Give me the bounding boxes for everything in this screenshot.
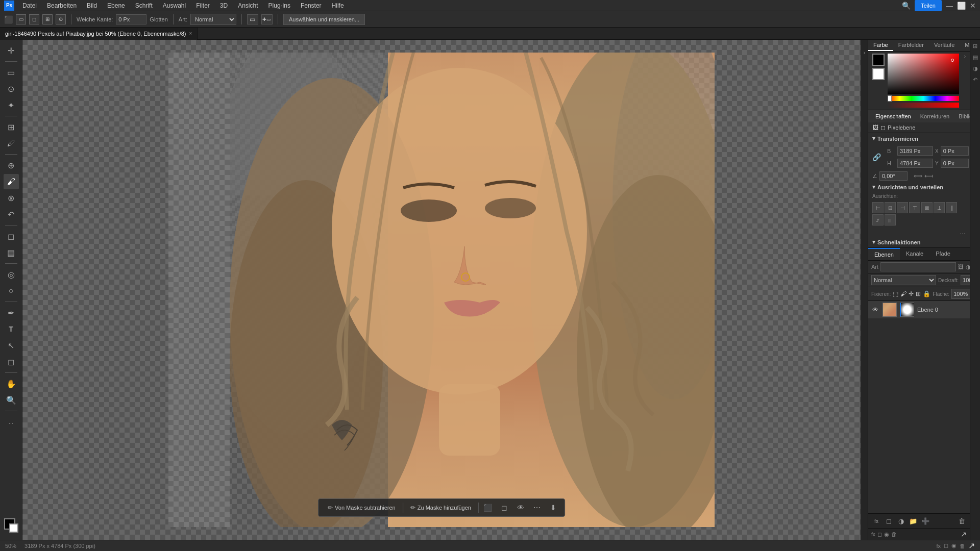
layer-fx-button[interactable]: fx [871, 516, 881, 526]
mask-expand-icon[interactable]: ⬇ [546, 500, 560, 515]
layer-trash-icon[interactable]: 🗑 [891, 531, 897, 537]
art-select[interactable]: Normal Kante erkennen [190, 14, 236, 25]
channels-icon[interactable]: ◑ [971, 64, 979, 72]
tab-pfade[interactable]: Pfade [929, 248, 957, 260]
align-center-h-btn[interactable]: ⊟ [885, 202, 896, 213]
minimize-icon[interactable]: — [946, 2, 953, 10]
zoom-tool[interactable]: 🔍 [4, 392, 19, 408]
brush-hardness-icon[interactable]: ◻ [29, 14, 39, 24]
stamp-tool[interactable]: ⊗ [4, 190, 19, 206]
blend-mode-select[interactable]: Normal Multiplizieren Negativ multiplizi… [871, 275, 936, 285]
menu-schrift[interactable]: Schrift [131, 1, 157, 10]
link-proportions-icon[interactable]: 🔗 [872, 153, 881, 161]
layer-delete-button[interactable]: 🗑 [957, 516, 967, 526]
hue-bar[interactable] [888, 96, 959, 101]
distribute-center-h-btn[interactable]: ⫽ [872, 214, 884, 226]
transform-section-title[interactable]: ▾ Transformieren [868, 133, 970, 144]
text-tool[interactable]: T [4, 321, 19, 337]
layer-style-icon[interactable]: ◻ [877, 531, 882, 538]
layer-group-button[interactable]: 📁 [908, 516, 918, 526]
history-brush-tool[interactable]: ↶ [4, 207, 19, 222]
quick-actions-title[interactable]: ▾ Schnellaktionen [868, 237, 970, 247]
filter-pixel-icon[interactable]: 🖼 [958, 264, 964, 270]
shape-tool[interactable]: ◻ [4, 354, 19, 369]
tab-bibliotheken[interactable]: Bibliotheken [955, 112, 970, 120]
brush-tool[interactable]: 🖌 [4, 174, 19, 189]
lock-brush-btn[interactable]: 🖌 [900, 290, 906, 297]
subtract-from-mask-button[interactable]: ✏ Von Maske subtrahieren [323, 500, 401, 515]
menu-auswahl[interactable]: Auswahl [159, 1, 190, 10]
tab-farbe[interactable]: Farbe [868, 40, 893, 51]
align-left-btn[interactable]: ⊢ [872, 202, 884, 213]
mask-more-icon[interactable]: ⋯ [530, 500, 544, 515]
maximize-icon[interactable]: ⬜ [957, 2, 966, 10]
color-spectrum[interactable] [888, 54, 959, 94]
rectangle-select-tool[interactable]: ▭ [4, 65, 19, 80]
close-icon[interactable]: ✕ [970, 2, 976, 10]
align-top-btn[interactable]: ⊤ [909, 202, 920, 213]
blur-tool[interactable]: ◎ [4, 267, 19, 282]
filter-adj-icon[interactable]: ◑ [966, 264, 970, 270]
y-input[interactable] [941, 159, 969, 168]
properties-icon[interactable]: ⊞ [971, 42, 979, 50]
panel-collapse-strip[interactable]: › [861, 40, 868, 540]
align-center-v-btn[interactable]: ⊠ [921, 202, 933, 213]
layers-filter-input[interactable] [880, 262, 956, 271]
dodge-tool[interactable]: ○ [4, 283, 19, 298]
tab-kanaele[interactable]: Kanäle [900, 248, 929, 260]
menu-ansicht[interactable]: Ansicht [234, 1, 262, 10]
brush-options-icon[interactable]: ⊙ [56, 14, 66, 24]
flip-v-icon[interactable]: ⟻ [924, 172, 933, 180]
lock-all-btn[interactable]: 🔒 [923, 290, 930, 297]
foreground-swatch[interactable] [872, 54, 885, 66]
distribute-left-btn[interactable]: ‖ [946, 202, 957, 213]
move-tool[interactable]: ✛ [4, 43, 19, 58]
select-mask-button[interactable]: Auswählen und maskieren... [283, 14, 365, 25]
lock-move-btn[interactable]: ✛ [909, 290, 914, 297]
tab-ebenen[interactable]: Ebenen [868, 248, 900, 260]
status-icon-1[interactable]: fx [936, 543, 941, 549]
layer-visibility-toggle[interactable]: 👁 [871, 306, 879, 314]
background-color-swatch[interactable] [9, 523, 18, 533]
status-icon-3[interactable]: ◉ [951, 542, 957, 549]
color-expand-icon[interactable]: › [964, 54, 966, 59]
tab-korrekturen[interactable]: Korrekturen [917, 112, 952, 120]
search-icon[interactable]: 🔍 [902, 2, 911, 10]
brush-mode-icon[interactable]: ⊞ [42, 14, 53, 24]
smart-filter-icon[interactable]: ◉ [884, 531, 889, 538]
brush-size-icon[interactable]: ▭ [16, 14, 26, 24]
opacity-input[interactable] [961, 275, 970, 285]
layer-add-button[interactable]: ➕ [920, 516, 930, 526]
status-icon-2[interactable]: ◻ [944, 542, 948, 549]
status-icon-4[interactable]: 🗑 [960, 543, 965, 549]
mask-square-icon[interactable]: ⬛ [481, 500, 495, 515]
distribute-right-btn[interactable]: ⫼ [885, 214, 896, 226]
menu-fenster[interactable]: Fenster [297, 1, 326, 10]
angle-input[interactable] [879, 171, 908, 181]
tab-eigenschaften[interactable]: Eigenschaften [872, 112, 914, 120]
width-input[interactable] [897, 146, 933, 156]
tab-close-button[interactable]: × [189, 31, 192, 36]
tool-presets-icon[interactable]: ⬛ [4, 15, 13, 23]
flip-h-icon[interactable]: ⟺ [914, 172, 922, 180]
tab-verlaeufe[interactable]: Verläufe [929, 40, 960, 51]
tab-muster[interactable]: Muster [960, 40, 970, 51]
hand-tool[interactable]: ✋ [4, 376, 19, 391]
mask-mode-add[interactable]: ✚▭ [261, 14, 273, 24]
menu-hilfe[interactable]: Hilfe [328, 1, 348, 10]
height-input[interactable] [897, 159, 933, 168]
pen-tool[interactable]: ✒ [4, 305, 19, 320]
menu-3d[interactable]: 3D [216, 1, 232, 10]
share-button[interactable]: Teilen [915, 0, 942, 11]
more-align-options[interactable]: … [868, 228, 970, 237]
align-right-btn[interactable]: ⊣ [897, 202, 908, 213]
add-to-mask-button[interactable]: ✏ Zu Maske hinzufügen [405, 500, 476, 515]
menu-datei[interactable]: Datei [18, 1, 41, 10]
crop-tool[interactable]: ⊞ [4, 119, 19, 135]
menu-bild[interactable]: Bild [83, 1, 101, 10]
mask-eye-icon[interactable]: 👁 [513, 500, 528, 515]
path-select-tool[interactable]: ↖ [4, 338, 19, 353]
lasso-tool[interactable]: ⊙ [4, 81, 19, 96]
layer-item-ebene0[interactable]: 👁 Ebene 0 [868, 301, 970, 318]
mask-circle-icon[interactable]: ◻ [497, 500, 511, 515]
